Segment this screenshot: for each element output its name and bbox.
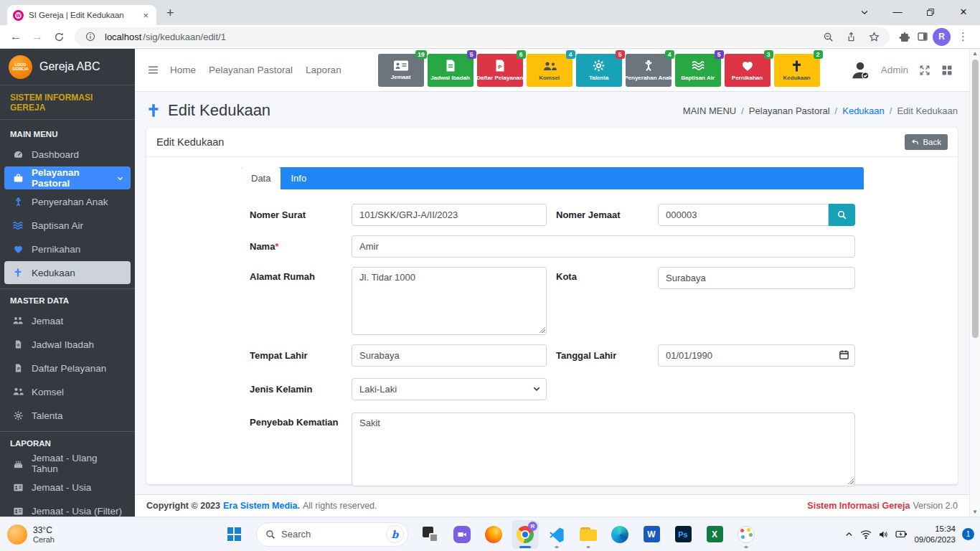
search-jemaat-button[interactable] [829,204,855,226]
user-avatar[interactable] [850,60,870,80]
notification-badge[interactable]: 1 [962,528,974,540]
back-button[interactable]: Back [905,134,948,150]
calendar-icon[interactable] [839,349,849,360]
tile-label: Kedukaan [783,75,811,81]
tanggal-lahir-input[interactable] [658,344,855,367]
nav-link-home[interactable]: Home [164,65,202,75]
tab-info[interactable]: Info [281,167,316,189]
extensions-icon[interactable] [895,28,913,45]
tile-komsel[interactable]: 4 Komsel [527,54,573,87]
apps-grid-icon[interactable] [941,65,953,76]
back-icon[interactable]: ← [6,27,26,47]
side-panel-icon[interactable] [914,28,931,45]
tile-talenta[interactable]: 5 Talenta [576,54,622,87]
breadcrumb-kedukaan-link[interactable]: Kedukaan [842,105,885,116]
sidebar-item-jemaat-usia-filter[interactable]: Jemaat - Usia (Filter) [4,499,131,517]
tray-chevron-up-icon[interactable] [844,529,854,539]
tile-daftar-pelayanan[interactable]: 6 P Daftar Pelayanan [477,54,523,87]
restore-button[interactable] [914,0,947,24]
nav-link-laporan[interactable]: Laporan [299,65,348,75]
tile-jemaat[interactable]: 19 Jemaat [378,54,424,87]
taskbar-app-photoshop[interactable]: Ps [669,520,697,549]
tab-data[interactable]: Data [241,167,281,189]
weather-widget[interactable]: 33°C Cerah [7,524,55,545]
nomer-surat-input[interactable] [352,204,547,226]
user-name[interactable]: Admin [881,65,908,75]
scrollbar-thumb[interactable] [972,60,979,338]
taskbar-app-excel[interactable]: X [701,520,728,549]
volume-icon[interactable] [878,529,889,540]
scroll-up-arrow[interactable]: ▲ [972,49,978,58]
tile-penyerahan-anak[interactable]: 4 Penyerahan Anak [626,54,672,87]
sidebar-item-baptisan-air[interactable]: Baptisan Air [4,214,131,237]
nomer-jemaat-input[interactable] [658,204,829,226]
penyebab-kematian-textarea[interactable]: Sakit [352,413,855,486]
breadcrumb-main-menu[interactable]: MAIN MENU [683,105,736,116]
url-bar[interactable]: localhost/sig/kedukaan/edit/1 [75,27,890,47]
bookmark-star-icon[interactable] [865,28,882,45]
sidebar-item-pernikahan[interactable]: Pernikahan [4,237,131,260]
taskbar-search[interactable]: Search b [256,522,408,547]
minimize-button[interactable]: — [881,0,914,24]
kota-input[interactable] [658,267,855,289]
sidebar-item-jemaat-ulang-tahun[interactable]: Jemaat - Ulang Tahun [4,452,131,475]
sidebar-item-penyerahan-anak[interactable]: Penyerahan Anak [4,190,131,213]
taskbar-clock[interactable]: 15:34 09/06/2023 [914,524,956,545]
breadcrumb-pelayanan-pastoral[interactable]: Pelayanan Pastoral [749,105,830,116]
forward-icon[interactable]: → [27,27,47,47]
taskbar-app-chrome[interactable]: R [512,520,539,549]
tile-kedukaan[interactable]: 2 Kedukaan [774,54,820,87]
nama-input[interactable] [352,235,855,258]
browser-tab[interactable]: W SI Gereja | Edit Kedukaan × [7,5,156,25]
taskbar-app-explorer[interactable] [575,520,602,549]
tanggal-lahir-wrap [658,344,855,367]
bing-icon[interactable]: b [386,525,404,543]
tab-close-icon[interactable]: × [141,10,151,21]
taskbar-app-word[interactable]: W [638,520,665,549]
fullscreen-icon[interactable] [919,65,930,76]
tempat-lahir-input[interactable] [352,344,547,367]
close-button[interactable]: ✕ [947,0,980,24]
page-scrollbar[interactable]: ▲ ▼ [969,49,980,517]
video-chat-icon [453,526,471,543]
tile-jadwal-ibadah[interactable]: 5 Jadwal Ibadah [428,54,473,87]
wifi-icon[interactable] [860,529,872,540]
tile-baptisan-air[interactable]: 5 Baptisan Air [675,54,721,87]
taskbar-app-firefox[interactable] [480,520,507,549]
start-button[interactable] [220,520,248,549]
zoom-out-icon[interactable] [819,28,837,45]
page-info-icon[interactable] [82,28,99,45]
browser-profile-avatar[interactable]: R [933,28,951,46]
tile-pernikahan[interactable]: 3 Pernikahan [725,54,771,87]
scroll-down-arrow[interactable]: ▼ [972,507,978,517]
breadcrumb-separator: / [741,105,744,116]
nav-link-pelayanan-pastoral[interactable]: Pelayanan Pastoral [202,65,299,75]
jenis-kelamin-select[interactable]: Laki-Laki [352,378,547,400]
sidebar-item-komsel[interactable]: Komsel [4,380,131,403]
alamat-rumah-textarea[interactable]: Jl. Tidar 1000 [352,267,547,335]
tile-badge: 5 [616,50,625,59]
battery-icon[interactable] [895,529,908,539]
taskbar-app-snip[interactable] [417,520,444,549]
sidebar-item-pelayanan-pastoral[interactable]: Pelayanan Pastoral [4,166,131,189]
taskbar-app-meet[interactable] [448,520,476,549]
wampserver-favicon: W [13,10,24,21]
reload-icon[interactable] [49,27,69,47]
sidebar-item-talenta[interactable]: Talenta [4,404,131,427]
sidebar-item-jemaat[interactable]: Jemaat [4,309,131,332]
company-link[interactable]: Era Sistem Media. [223,501,300,511]
tab-search-icon[interactable] [848,0,881,24]
sidebar-item-kedukaan[interactable]: Kedukaan [4,261,131,284]
sidebar-item-dashboard[interactable]: Dashboard [4,143,131,166]
new-tab-button[interactable]: + [166,6,174,21]
taskbar-app-vscode[interactable] [543,520,570,549]
hamburger-menu-icon[interactable] [142,64,164,76]
browser-menu-icon[interactable]: ⋮ [952,30,974,43]
share-icon[interactable] [842,28,859,45]
sidebar-item-jadwal-ibadah[interactable]: Jadwal Ibadah [4,333,131,356]
sidebar-item-jemaat-usia[interactable]: Jemaat - Usia [4,476,131,499]
sidebar-brand[interactable]: LOGO GEREJA Gereja ABC [0,49,135,85]
taskbar-app-edge[interactable] [606,520,633,549]
sidebar-item-daftar-pelayanan[interactable]: P Daftar Pelayanan [4,357,131,380]
taskbar-app-paint[interactable] [732,520,760,549]
